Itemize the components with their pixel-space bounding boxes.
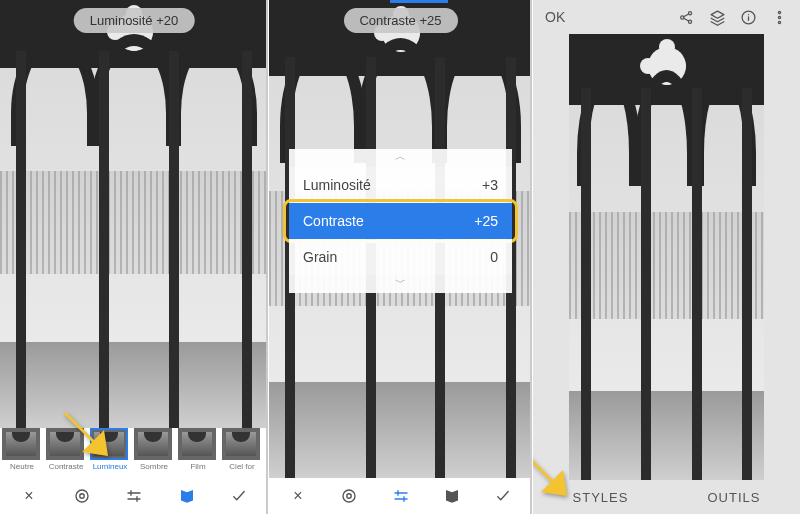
adjustment-badge: Contraste +25 (343, 8, 457, 33)
info-icon[interactable] (740, 8, 757, 26)
svg-point-2 (343, 490, 355, 502)
slider-overlay[interactable]: ︿ Luminosité+3Contraste+25Grain0 ﹀ (289, 149, 512, 293)
slider-row-grain[interactable]: Grain0 (289, 239, 512, 275)
screen-sliders: Contraste +25 ︿ Luminosité+3Contraste+25… (269, 0, 532, 514)
presets-icon[interactable] (176, 487, 198, 506)
photo[interactable] (569, 34, 764, 480)
screen-main: OK STYLES OUTILS (533, 0, 800, 514)
tab-styles[interactable]: STYLES (573, 490, 629, 505)
tutorial-arrow (56, 402, 120, 466)
tab-tools[interactable]: OUTILS (707, 490, 760, 505)
svg-point-1 (79, 494, 84, 499)
preset-ciel for[interactable]: Ciel for (222, 428, 262, 471)
close-icon[interactable]: × (287, 487, 309, 505)
svg-point-3 (347, 494, 352, 499)
tutorial-arrow (533, 442, 579, 506)
top-bar: OK (533, 0, 800, 34)
sliders-icon[interactable] (390, 487, 412, 506)
preset-strip: NeutreContrasteLumineuxSombreFilmCiel fo… (0, 428, 268, 478)
slider-row-contraste[interactable]: Contraste+25 (289, 203, 512, 239)
presets-icon[interactable] (441, 487, 463, 506)
svg-point-0 (76, 490, 88, 502)
bottom-toolbar: × (0, 478, 268, 514)
svg-point-10 (778, 21, 780, 23)
slider-row-luminosité[interactable]: Luminosité+3 (289, 167, 512, 203)
accept-icon[interactable] (228, 487, 250, 506)
svg-point-9 (778, 16, 780, 18)
adjustment-badge: Luminosité +20 (74, 8, 195, 33)
lens-icon[interactable] (338, 487, 360, 506)
chevron-up-icon[interactable]: ︿ (289, 149, 512, 167)
screen-presets: Luminosité +20 NeutreContrasteLumineuxSo… (0, 0, 268, 514)
close-icon[interactable]: × (18, 487, 40, 505)
accept-icon[interactable] (492, 487, 514, 506)
bottom-toolbar: × (269, 478, 532, 514)
more-icon[interactable] (771, 8, 788, 26)
sliders-icon[interactable] (123, 487, 145, 506)
layers-icon[interactable] (709, 8, 726, 26)
preset-neutre[interactable]: Neutre (2, 428, 42, 471)
ok-button[interactable]: OK (545, 9, 565, 25)
preset-film[interactable]: Film (178, 428, 218, 471)
share-icon[interactable] (678, 8, 695, 26)
svg-point-8 (778, 11, 780, 13)
preset-sombre[interactable]: Sombre (134, 428, 174, 471)
chevron-down-icon[interactable]: ﹀ (289, 275, 512, 293)
lens-icon[interactable] (71, 487, 93, 506)
photo[interactable] (0, 0, 268, 428)
